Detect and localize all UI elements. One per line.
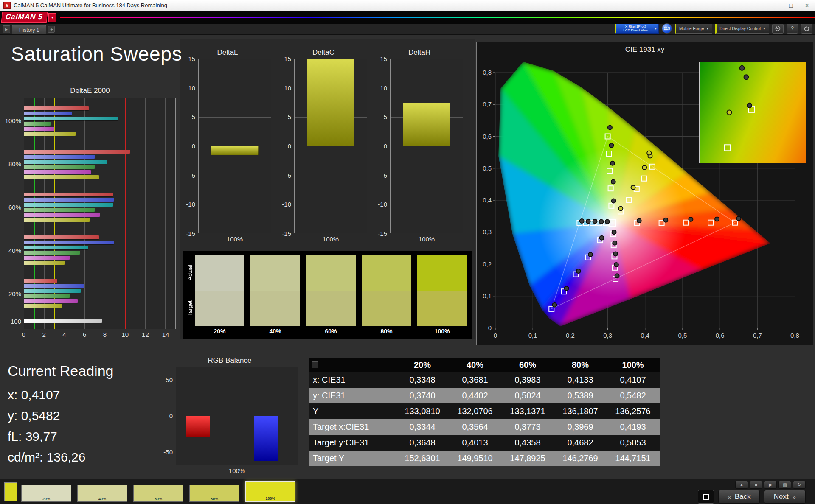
layout-grid-button[interactable]: ▤ bbox=[778, 481, 791, 489]
meter-select-button[interactable]: X-Rite i1Pro 2 LCD Direct View ▼ bbox=[615, 24, 659, 34]
x-tick-label: 12 bbox=[142, 331, 149, 338]
swatch-columns: 20%40%60%80%100% bbox=[195, 255, 467, 337]
bar-green bbox=[24, 251, 80, 255]
plot-body: 500-50 bbox=[161, 367, 298, 465]
back-button[interactable]: « Back bbox=[718, 490, 760, 504]
cell: 0,3564 bbox=[449, 422, 501, 432]
svg-text:0,2: 0,2 bbox=[483, 260, 492, 268]
saturation-swatch-20%[interactable]: 20% bbox=[21, 485, 71, 502]
table-row: x: CIE310,33480,36810,39830,41330,4107 bbox=[309, 372, 660, 388]
tab-scroll-button[interactable]: ▶ bbox=[3, 25, 10, 33]
svg-text:0,3: 0,3 bbox=[603, 332, 612, 339]
bar-group bbox=[24, 100, 175, 143]
bar-blue bbox=[24, 198, 114, 202]
section-title: Current Reading bbox=[8, 363, 113, 379]
row-label: Target x:CIE31 bbox=[309, 422, 396, 432]
brand-dropdown-button[interactable]: ▼ bbox=[48, 13, 56, 22]
swatch-label: 80% bbox=[362, 326, 411, 337]
svg-text:0,5: 0,5 bbox=[678, 332, 687, 339]
titlebar: 5 CalMAN 5 CalMAN Ultimate for Business … bbox=[0, 0, 815, 11]
y-tick-label: 0 bbox=[288, 143, 291, 150]
svg-text:0,3: 0,3 bbox=[483, 228, 492, 235]
cell: 0,3681 bbox=[449, 375, 501, 385]
saturation-swatch-80%[interactable]: 80% bbox=[189, 485, 239, 502]
gridline bbox=[391, 175, 463, 175]
table-row: Target Y152,6301149,9510147,8925146,2769… bbox=[309, 451, 660, 466]
maximize-button[interactable]: □ bbox=[783, 0, 799, 11]
gridline bbox=[176, 380, 298, 380]
source-select-button[interactable]: Mobile Forge ▼ bbox=[675, 24, 712, 34]
column-header: 80% bbox=[554, 360, 607, 370]
reading-line: fL: 39,77 bbox=[8, 429, 113, 444]
stop-button[interactable]: ■ bbox=[750, 481, 762, 489]
column-header: 40% bbox=[449, 360, 501, 370]
minimize-button[interactable]: – bbox=[767, 0, 783, 11]
row-label: Target Y bbox=[309, 454, 396, 463]
saturation-swatch-40%[interactable]: 40% bbox=[77, 485, 127, 502]
y-tick-label: 0 bbox=[169, 412, 173, 420]
table-row: Target y:CIE310,36480,40130,43580,46820,… bbox=[309, 435, 660, 451]
tab-bar: ▶ History 1 + X-Rite i1Pro 2 LCD Direct … bbox=[0, 24, 815, 35]
cell: 144,7151 bbox=[607, 454, 659, 463]
actual-swatch bbox=[417, 255, 467, 291]
table-row: Y133,0810132,0706133,1371136,1807136,257… bbox=[309, 403, 660, 419]
cell: 0,3740 bbox=[396, 391, 449, 400]
cell: 0,4133 bbox=[554, 375, 607, 385]
display-control-label: Direct Display Control bbox=[719, 26, 761, 31]
row-label: y: CIE31 bbox=[309, 391, 396, 400]
gridline bbox=[199, 175, 271, 175]
nav-row: « Back Next » bbox=[698, 490, 806, 504]
help-button[interactable]: ? bbox=[787, 24, 798, 34]
bar-green bbox=[24, 122, 51, 126]
chart-title: CIE 1931 xy bbox=[477, 42, 813, 55]
y-tick-label: 5 bbox=[288, 113, 291, 120]
bar-yellow bbox=[24, 218, 90, 222]
calman-window: 5 CalMAN 5 CalMAN Ultimate for Business … bbox=[0, 0, 815, 504]
gridline bbox=[199, 117, 271, 118]
table-row: Target x:CIE310,33440,35640,37730,39690,… bbox=[309, 419, 660, 435]
target-swatch bbox=[195, 291, 244, 326]
add-tab-button[interactable]: + bbox=[48, 26, 55, 33]
up-button[interactable]: ▲ bbox=[735, 481, 748, 489]
chart-title: RGB Balance bbox=[161, 356, 298, 367]
x-tick-label: 0 bbox=[22, 331, 25, 338]
cie-zoom-inset bbox=[699, 62, 806, 163]
current-reading: Current Reading x: 0,4107y: 0,5482fL: 39… bbox=[8, 363, 113, 471]
saturation-level-swatches: 20%40%60%80%100% bbox=[21, 481, 295, 502]
plot-area bbox=[390, 59, 463, 233]
power-button[interactable] bbox=[801, 24, 812, 34]
close-button[interactable]: × bbox=[799, 0, 815, 11]
swatch-row-labels: Actual Target bbox=[185, 255, 195, 326]
bar-magenta bbox=[24, 213, 100, 217]
current-color-indicator bbox=[4, 482, 17, 501]
svg-text:0,6: 0,6 bbox=[483, 133, 492, 140]
single-view-button[interactable] bbox=[698, 490, 714, 504]
back-chevrons-icon: « bbox=[727, 493, 731, 501]
table-body: x: CIE310,33480,36810,39830,41330,4107y:… bbox=[309, 372, 660, 466]
swatch-column: 20% bbox=[195, 255, 244, 337]
rainbow-bar bbox=[60, 17, 815, 18]
display-control-button[interactable]: Direct Display Control ▼ bbox=[715, 24, 769, 34]
y-tick-label: -15 bbox=[282, 230, 291, 237]
saturation-swatch-60%[interactable]: 60% bbox=[133, 485, 183, 502]
cell: 0,4682 bbox=[554, 438, 607, 448]
bar-green bbox=[24, 208, 95, 212]
table-row: y: CIE310,37400,44020,50240,53890,5482 bbox=[309, 388, 660, 403]
play-button[interactable]: ▶ bbox=[764, 481, 777, 489]
tab-history-1[interactable]: History 1 bbox=[12, 25, 46, 34]
group-label: 80% bbox=[4, 143, 24, 186]
cell: 0,3969 bbox=[554, 422, 607, 432]
navigation-controls: ▲ ■ ▶ ▤ ↻ « Back Next » bbox=[698, 481, 806, 504]
refresh-button[interactable]: ↻ bbox=[793, 481, 806, 489]
meter-status-badge[interactable]: 215 bbox=[662, 23, 672, 34]
actual-target-swatches: Actual Target 20%40%60%80%100% bbox=[183, 251, 472, 339]
bar-teal bbox=[24, 289, 81, 293]
swatch-column: 100% bbox=[417, 255, 467, 337]
cell: 147,8925 bbox=[501, 454, 554, 463]
chevron-down-icon: ▼ bbox=[706, 27, 709, 30]
gridline bbox=[176, 452, 298, 452]
saturation-swatch-100%[interactable]: 100% bbox=[245, 481, 295, 502]
settings-button[interactable] bbox=[772, 24, 784, 34]
next-button[interactable]: Next » bbox=[764, 490, 806, 504]
svg-text:0,1: 0,1 bbox=[528, 332, 537, 339]
